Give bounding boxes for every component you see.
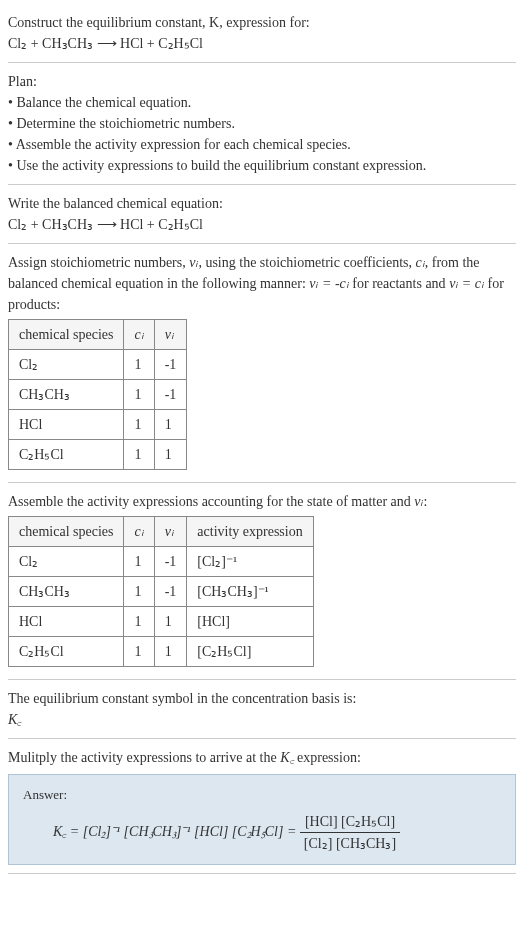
nu-cell: 1 bbox=[154, 637, 187, 667]
activity-title: Assemble the activity expressions accoun… bbox=[8, 491, 516, 512]
table-header-row: chemical species cᵢ νᵢ bbox=[9, 320, 187, 350]
stoich-eq2: νᵢ = cᵢ bbox=[449, 276, 484, 291]
fraction-numerator: [HCl] [C₂H₅Cl] bbox=[300, 811, 400, 833]
table-row: C₂H₅Cl 1 1 bbox=[9, 440, 187, 470]
c-cell: 1 bbox=[124, 607, 154, 637]
balanced-title: Write the balanced chemical equation: bbox=[8, 193, 516, 214]
plan-item-3: • Assemble the activity expression for e… bbox=[8, 134, 516, 155]
fraction-denominator: [Cl₂] [CH₃CH₃] bbox=[300, 833, 400, 854]
c-cell: 1 bbox=[124, 577, 154, 607]
stoich-intro-mid3: for reactants and bbox=[349, 276, 449, 291]
nu-cell: -1 bbox=[154, 380, 187, 410]
activity-title-nu: νᵢ bbox=[414, 494, 423, 509]
kc-expr: K꜀ = [Cl₂]⁻¹ [CH₃CH₃]⁻¹ [HCl] [C₂H₅Cl] = bbox=[53, 823, 300, 838]
kc-symbol: K꜀ bbox=[8, 709, 516, 730]
stoich-h2: cᵢ bbox=[124, 320, 154, 350]
nu-cell: 1 bbox=[154, 607, 187, 637]
activity-table: chemical species cᵢ νᵢ activity expressi… bbox=[8, 516, 314, 667]
table-row: HCl 1 1 bbox=[9, 410, 187, 440]
final-section: Mulitply the activity expressions to arr… bbox=[8, 739, 516, 874]
plan-item-2: • Determine the stoichiometric numbers. bbox=[8, 113, 516, 134]
stoich-table: chemical species cᵢ νᵢ Cl₂ 1 -1 CH₃CH₃ 1… bbox=[8, 319, 187, 470]
final-title-pre: Mulitply the activity expressions to arr… bbox=[8, 750, 280, 765]
c-cell: 1 bbox=[124, 637, 154, 667]
activity-title-pre: Assemble the activity expressions accoun… bbox=[8, 494, 414, 509]
table-row: Cl₂ 1 -1 bbox=[9, 350, 187, 380]
plan-title: Plan: bbox=[8, 71, 516, 92]
stoich-intro-mid1: , using the stoichiometric coefficients, bbox=[198, 255, 415, 270]
c-cell: 1 bbox=[124, 350, 154, 380]
prompt-line1: Construct the equilibrium constant, K, e… bbox=[8, 12, 516, 33]
ae-cell: [Cl₂]⁻¹ bbox=[187, 547, 313, 577]
species-cell: CH₃CH₃ bbox=[9, 380, 124, 410]
prompt-text-pre: Construct the equilibrium constant, K, e… bbox=[8, 15, 310, 30]
species-cell: Cl₂ bbox=[9, 350, 124, 380]
final-title: Mulitply the activity expressions to arr… bbox=[8, 747, 516, 768]
species-cell: HCl bbox=[9, 410, 124, 440]
symbol-title: The equilibrium constant symbol in the c… bbox=[8, 688, 516, 709]
activity-title-end: : bbox=[424, 494, 428, 509]
stoich-intro: Assign stoichiometric numbers, νᵢ, using… bbox=[8, 252, 516, 315]
balanced-equation: Cl₂ + CH₃CH₃ ⟶ HCl + C₂H₅Cl bbox=[8, 214, 516, 235]
species-cell: C₂H₅Cl bbox=[9, 440, 124, 470]
plan-section: Plan: • Balance the chemical equation. •… bbox=[8, 63, 516, 185]
table-row: HCl 1 1 [HCl] bbox=[9, 607, 314, 637]
c-cell: 1 bbox=[124, 440, 154, 470]
table-header-row: chemical species cᵢ νᵢ activity expressi… bbox=[9, 517, 314, 547]
plan-item-4: • Use the activity expressions to build … bbox=[8, 155, 516, 176]
species-cell: Cl₂ bbox=[9, 547, 124, 577]
answer-box: Answer: K꜀ = [Cl₂]⁻¹ [CH₃CH₃]⁻¹ [HCl] [C… bbox=[8, 774, 516, 865]
species-cell: C₂H₅Cl bbox=[9, 637, 124, 667]
prompt-section: Construct the equilibrium constant, K, e… bbox=[8, 4, 516, 63]
symbol-section: The equilibrium constant symbol in the c… bbox=[8, 680, 516, 739]
answer-expression: K꜀ = [Cl₂]⁻¹ [CH₃CH₃]⁻¹ [HCl] [C₂H₅Cl] =… bbox=[23, 811, 501, 854]
stoich-intro-pre: Assign stoichiometric numbers, bbox=[8, 255, 189, 270]
species-cell: HCl bbox=[9, 607, 124, 637]
ae-cell: [C₂H₅Cl] bbox=[187, 637, 313, 667]
fraction: [HCl] [C₂H₅Cl] [Cl₂] [CH₃CH₃] bbox=[300, 811, 400, 854]
activity-h2: cᵢ bbox=[124, 517, 154, 547]
activity-h1: chemical species bbox=[9, 517, 124, 547]
stoich-eq1: νᵢ = -cᵢ bbox=[309, 276, 349, 291]
balanced-section: Write the balanced chemical equation: Cl… bbox=[8, 185, 516, 244]
nu-cell: -1 bbox=[154, 577, 187, 607]
final-title-end: expression: bbox=[294, 750, 361, 765]
stoich-h3: νᵢ bbox=[154, 320, 187, 350]
nu-cell: -1 bbox=[154, 350, 187, 380]
stoich-h1: chemical species bbox=[9, 320, 124, 350]
activity-h3: νᵢ bbox=[154, 517, 187, 547]
ae-cell: [HCl] bbox=[187, 607, 313, 637]
nu-cell: -1 bbox=[154, 547, 187, 577]
prompt-equation: Cl₂ + CH₃CH₃ ⟶ HCl + C₂H₅Cl bbox=[8, 33, 516, 54]
final-title-kc: K꜀ bbox=[280, 750, 293, 765]
activity-h4: activity expression bbox=[187, 517, 313, 547]
table-row: C₂H₅Cl 1 1 [C₂H₅Cl] bbox=[9, 637, 314, 667]
nu-cell: 1 bbox=[154, 410, 187, 440]
species-cell: CH₃CH₃ bbox=[9, 577, 124, 607]
nu-cell: 1 bbox=[154, 440, 187, 470]
ae-cell: [CH₃CH₃]⁻¹ bbox=[187, 577, 313, 607]
stoich-section: Assign stoichiometric numbers, νᵢ, using… bbox=[8, 244, 516, 483]
table-row: Cl₂ 1 -1 [Cl₂]⁻¹ bbox=[9, 547, 314, 577]
c-i: cᵢ bbox=[416, 255, 425, 270]
c-cell: 1 bbox=[124, 410, 154, 440]
table-row: CH₃CH₃ 1 -1 bbox=[9, 380, 187, 410]
table-row: CH₃CH₃ 1 -1 [CH₃CH₃]⁻¹ bbox=[9, 577, 314, 607]
c-cell: 1 bbox=[124, 380, 154, 410]
c-cell: 1 bbox=[124, 547, 154, 577]
activity-section: Assemble the activity expressions accoun… bbox=[8, 483, 516, 680]
answer-label: Answer: bbox=[23, 785, 501, 805]
plan-item-1: • Balance the chemical equation. bbox=[8, 92, 516, 113]
